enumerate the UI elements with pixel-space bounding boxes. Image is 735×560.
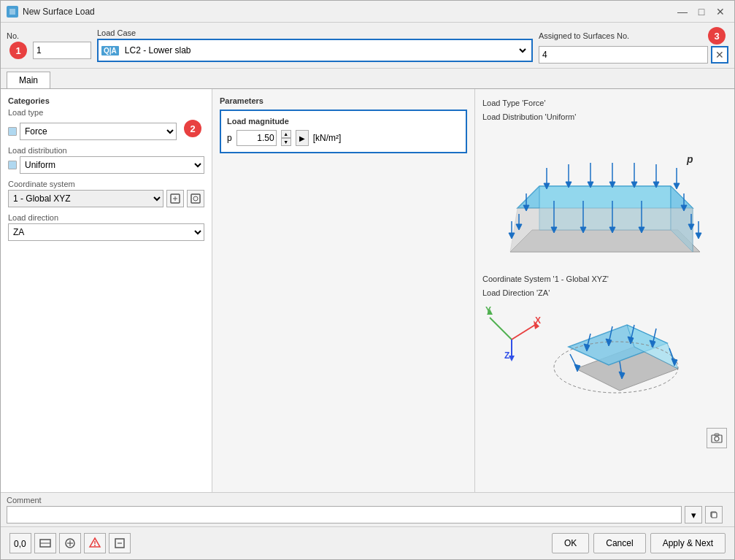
load-type-select[interactable]: Force Moment (20, 123, 177, 140)
load-type-field: Load type Force Moment (8, 108, 177, 140)
load-dir-dropdown-row: ZA XA YA Z (8, 223, 204, 241)
p-value-input[interactable] (236, 130, 277, 146)
comment-group: Comment ▾ (7, 496, 723, 523)
close-button[interactable]: ✕ (712, 5, 728, 18)
load-dir-select[interactable]: ZA XA YA Z (8, 223, 204, 241)
load-case-box: Q|A LC2 - Lower slab (97, 39, 533, 62)
coord-icon-btn2[interactable] (187, 190, 204, 207)
magnitude-title: Load magnitude (227, 117, 460, 126)
svg-marker-25 (674, 183, 680, 189)
svg-text:X: X (535, 315, 541, 326)
assigned-input[interactable] (539, 46, 708, 64)
load-dist-select[interactable]: Uniform Linear (20, 156, 204, 174)
axis-diagram-area: Y X Z (482, 303, 727, 398)
svg-point-6 (193, 196, 198, 201)
load-case-select[interactable]: LC2 - Lower slab (122, 42, 528, 58)
top-fields-row: No. 1 Load Case Q|A LC2 - Lower slab Ass… (1, 23, 734, 69)
coord-icon-btn1[interactable] (166, 190, 184, 207)
load-case-label: Load Case (97, 28, 533, 37)
svg-marker-11 (510, 208, 693, 252)
assigned-row: ✕ (539, 46, 728, 64)
coord-field: Coordinate system 1 - Global XYZ Local (8, 180, 204, 207)
tab-main[interactable]: Main (7, 72, 50, 89)
axis-svg: Y X Z (482, 303, 541, 361)
tab-bar: Main (1, 69, 734, 88)
svg-text:0,0: 0,0 (14, 539, 26, 549)
svg-point-86 (94, 545, 96, 546)
arrow-button[interactable]: ▶ (296, 130, 309, 146)
step3-badge: 3 (708, 27, 726, 45)
tool-btn-5[interactable] (109, 533, 131, 553)
load-dir-label: Load direction (8, 213, 204, 222)
right-panel: Load Type 'Force' Load Distribution 'Uni… (475, 89, 734, 492)
minimize-button[interactable]: — (674, 5, 690, 18)
left-panel: Categories Load type Force Moment (1, 89, 212, 492)
parameters-box: Load magnitude p ▲ ▼ ▶ [kN/m²] (220, 110, 467, 153)
tool-btn-4[interactable] (84, 533, 106, 553)
step2-badge: 2 (184, 120, 201, 137)
p-unit: [kN/m²] (313, 133, 342, 143)
camera-button[interactable] (707, 428, 727, 448)
categories-title: Categories (8, 96, 204, 105)
load-desc: Load Type 'Force' Load Distribution 'Uni… (482, 96, 727, 123)
cancel-button[interactable]: Cancel (593, 533, 645, 553)
comment-label: Comment (7, 496, 723, 505)
footer-tools: 0,0 (9, 533, 131, 553)
spin-up-button[interactable]: ▲ (281, 130, 291, 138)
assigned-label: Assigned to Surfaces No. (539, 31, 629, 40)
main-window: New Surface Load — □ ✕ No. 1 Load Case Q… (0, 0, 735, 560)
assigned-select-button[interactable]: ✕ (711, 46, 728, 64)
load-dist-label: Load distribution (8, 146, 204, 155)
svg-text:Y: Y (485, 305, 491, 315)
main-content: Categories Load type Force Moment (1, 88, 734, 492)
tool-btn-2[interactable] (34, 533, 56, 553)
coord-desc-area: Coordinate System '1 - Global XYZ' Load … (482, 272, 727, 299)
comment-dropdown-button[interactable]: ▾ (685, 506, 702, 523)
coord-select[interactable]: 1 - Global XYZ Local (8, 190, 163, 207)
svg-rect-1 (9, 9, 15, 15)
comment-input[interactable] (7, 506, 682, 523)
load-case-group: Load Case Q|A LC2 - Lower slab (97, 28, 533, 62)
svg-line-46 (490, 318, 512, 340)
svg-marker-31 (696, 233, 701, 239)
load-type-color (8, 127, 17, 136)
svg-text:Z: Z (504, 350, 509, 361)
comment-input-row: ▾ (7, 506, 723, 523)
step1-badge: 1 (9, 42, 27, 59)
load-dir-desc: Load Direction 'ZA' (482, 286, 727, 300)
load-dist-color (8, 161, 17, 169)
ok-button[interactable]: OK (552, 533, 589, 553)
svg-line-49 (512, 325, 535, 340)
p-label: p (227, 133, 232, 143)
coord-desc: Coordinate System '1 - Global XYZ' (482, 272, 727, 286)
tool-btn-3[interactable] (59, 533, 81, 553)
load-dist-desc: Load Distribution 'Uniform' (482, 110, 727, 124)
no-label: No. (7, 31, 91, 40)
load-dist-field: Load distribution Uniform Linear (8, 146, 204, 174)
coord-row: 1 - Global XYZ Local (8, 190, 204, 207)
load-dir-field: Load direction ZA XA YA Z (8, 213, 204, 241)
load-diagram-area: p (482, 128, 727, 266)
apply-next-button[interactable]: Apply & Next (650, 533, 726, 553)
spin-down-button[interactable]: ▼ (281, 138, 291, 146)
magnitude-row: p ▲ ▼ ▶ [kN/m²] (227, 130, 460, 146)
footer-buttons: 0,0 OK Cancel Apply & Next (1, 526, 734, 559)
categories-section: Categories Load type Force Moment (8, 96, 204, 241)
mid-panel: Parameters Load magnitude p ▲ ▼ ▶ [kN/m²… (212, 89, 475, 492)
maximize-button[interactable]: □ (693, 5, 709, 18)
assigned-group: Assigned to Surfaces No. 3 ✕ (539, 27, 728, 64)
comment-copy-button[interactable] (705, 506, 723, 523)
tool-btn-1[interactable]: 0,0 (9, 533, 31, 553)
coord-label: Coordinate system (8, 180, 204, 188)
svg-rect-5 (191, 194, 200, 203)
titlebar: New Surface Load — □ ✕ (1, 1, 734, 23)
app-icon (7, 6, 18, 18)
load-type-dropdown-row: Force Moment (8, 123, 177, 140)
load-case-badge: Q|A (101, 46, 119, 55)
no-input[interactable] (33, 42, 91, 59)
tilted-diagram-svg (547, 303, 685, 398)
footer-actions: OK Cancel Apply & Next (552, 533, 726, 553)
parameters-title: Parameters (220, 96, 467, 105)
window-controls: — □ ✕ (674, 5, 728, 18)
p-diagram-label: p (686, 153, 693, 165)
